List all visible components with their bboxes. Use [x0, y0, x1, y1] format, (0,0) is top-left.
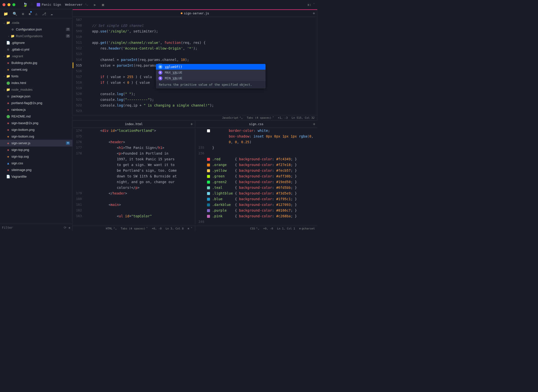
- cursor-position[interactable]: Ln 1, Col 1: [277, 227, 295, 230]
- tree-item-current-svg[interactable]: ❋current.svg: [0, 66, 72, 73]
- tree-item-package-json[interactable]: ⚙︎package.json: [0, 93, 72, 100]
- tree-item-sign-css[interactable]: ▲sign.css: [0, 160, 72, 167]
- code-editor-top[interactable]: mvalueOf()kMAX_VALUEkMIN_VALUEReturns th…: [73, 17, 317, 120]
- code-line[interactable]: 508 // Set single LED channel: [73, 23, 315, 28]
- code-line[interactable]: 235}: [195, 145, 315, 150]
- code-line[interactable]: border-color: white;: [195, 128, 315, 133]
- code-line[interactable]: 510: [73, 34, 315, 40]
- scm-tab-icon[interactable]: ⎇: [42, 12, 46, 16]
- filter-input[interactable]: [2, 226, 64, 229]
- code-line[interactable]: 182: [73, 207, 193, 213]
- tree-item-Building-photo-jpg[interactable]: ❋Building-photo.jpg: [0, 59, 72, 66]
- code-line[interactable]: 181 <main>: [73, 202, 193, 207]
- tab-sign-css[interactable]: sign.css: [249, 122, 264, 126]
- add-tab-button[interactable]: +: [313, 11, 315, 16]
- indent-selector[interactable]: Tabs (4 spaces) ˅: [121, 227, 148, 230]
- code-line[interactable]: be Portland's sign, too. Come: [73, 168, 193, 173]
- code-line[interactable]: 183 <ul id="topColor": [73, 213, 193, 219]
- code-line[interactable]: .green { background-color: #aff30b; }: [195, 173, 315, 179]
- code-line[interactable]: .purple { background-color: #8166c7; }: [195, 207, 315, 213]
- tree-item-Configuration-json[interactable]: ⚙︎Configuration.json?: [0, 26, 72, 33]
- autocomplete-item[interactable]: kMAX_VALUE: [156, 70, 266, 75]
- code-line[interactable]: 1997, it took Panic 15 years: [73, 156, 193, 162]
- tree-item-RunConfigurations[interactable]: ›📁RunConfigurations?: [0, 33, 72, 39]
- search-tab-icon[interactable]: 🔍: [13, 12, 17, 16]
- lang-selector[interactable]: HTML ⌃⌄: [106, 227, 117, 230]
- code-line[interactable]: .lightblue { background-color: #73d5e9; …: [195, 190, 315, 196]
- run-button[interactable]: ▶: [94, 3, 96, 7]
- symbols-tab-icon[interactable]: ≡: [22, 12, 24, 16]
- code-line[interactable]: 523: [73, 108, 315, 114]
- code-line[interactable]: 175: [73, 133, 193, 139]
- issues-tab-icon[interactable]: ⚠: [35, 12, 37, 16]
- code-line[interactable]: 0, 0, 0.25): [195, 139, 315, 145]
- code-line[interactable]: .red { background-color: #fc4349; }: [195, 156, 315, 162]
- autocomplete-popup[interactable]: mvalueOf()kMAX_VALUEkMIN_VALUEReturns th…: [156, 64, 266, 88]
- tree-item-rainbow-js[interactable]: ❋rainbow.js: [0, 106, 72, 113]
- filter-history-icon[interactable]: ⟳: [64, 226, 66, 229]
- code-line[interactable]: 513: [73, 51, 315, 57]
- tab-sign-server[interactable]: sign-server.js: [181, 12, 209, 15]
- code-line[interactable]: to get a sign. We want it to: [73, 162, 193, 168]
- tree-item--coda[interactable]: ⌄📁.coda: [0, 19, 72, 26]
- autocomplete-item[interactable]: kMIN_VALUE: [156, 75, 266, 81]
- tree-item-README-md[interactable]: ⬤README.md: [0, 113, 72, 120]
- tree-item-index-html[interactable]: ⬤index.html: [0, 80, 72, 86]
- clips-tab-icon[interactable]: ✱: [29, 12, 31, 16]
- tree-item-sign-base-2x-png[interactable]: ❋sign-base@2x.png: [0, 120, 72, 126]
- file-tree[interactable]: ⌄📁.coda⚙︎Configuration.json?›📁RunConfigu…: [0, 18, 72, 224]
- add-tab-button[interactable]: +: [190, 122, 193, 126]
- tree-item-sign-bottom-png[interactable]: ❋sign-bottom.png: [0, 126, 72, 133]
- tree-item--gitlab-ci-yml[interactable]: ⚙︎.gitlab-ci.yml: [0, 46, 72, 53]
- code-line[interactable]: 174 <div id="locationPortland">: [73, 128, 193, 133]
- lang-selector[interactable]: JavaScript ⌃⌄: [222, 116, 243, 119]
- code-line[interactable]: 177 <h1>The Panic Sign</h1>: [73, 145, 193, 150]
- tree-item-sign-server-js[interactable]: ❋sign-server.jsM: [0, 140, 72, 146]
- code-line[interactable]: down to SW 11th & Burnside at: [73, 173, 193, 179]
- code-line[interactable]: .yellow { background-color: #fecb57; }: [195, 168, 315, 173]
- add-tab-button[interactable]: +: [313, 122, 315, 126]
- tree-item--vagrant[interactable]: ›📁.vagrant: [0, 53, 72, 59]
- code-line[interactable]: 520 console.log(" ");: [73, 91, 315, 97]
- code-line[interactable]: .green2 { background-color: #19ed50; }: [195, 179, 315, 185]
- symbol-nav[interactable]: ≡ ˅: [188, 227, 192, 230]
- tree-item-portland-flag-2x-png[interactable]: ❋portland-flag@2x.png: [0, 100, 72, 106]
- code-line[interactable]: 507: [73, 17, 315, 23]
- code-line[interactable]: .pink { background-color: #c268ba; }: [195, 213, 315, 219]
- tree-item-siteimage-png[interactable]: ❋siteimage.png: [0, 167, 72, 173]
- autocomplete-item[interactable]: mvalueOf(): [156, 64, 266, 70]
- code-line[interactable]: box-shadow: inset 0px 0px 1px 1px rgba(0…: [195, 133, 315, 139]
- zoom-window[interactable]: [12, 3, 15, 6]
- filter-options-icon[interactable]: ◈: [68, 226, 70, 229]
- code-line[interactable]: .teal { background-color: #6fd5bb; }: [195, 185, 315, 190]
- target-crumb[interactable]: Webserver ⌃⌄: [63, 2, 91, 7]
- code-line[interactable]: colors!</p>: [73, 185, 193, 190]
- code-line[interactable]: 236: [195, 150, 315, 156]
- code-line[interactable]: 521 console.log("----------");: [73, 97, 315, 102]
- files-tab-icon[interactable]: 📁: [3, 12, 8, 16]
- code-line[interactable]: 512 res.header('Access-Control-Allow-Ori…: [73, 45, 315, 51]
- project-crumb[interactable]: Panic Sign: [35, 2, 63, 7]
- code-line[interactable]: 522 console.log(req.ip + " is changing a…: [73, 102, 315, 108]
- cursor-position[interactable]: Ln 3, Col 8: [166, 227, 184, 230]
- stop-button[interactable]: ■: [102, 3, 104, 7]
- symbol-nav[interactable]: ≡ @charset: [299, 227, 315, 230]
- code-line[interactable]: .blue { background-color: #1f95c1; }: [195, 196, 315, 202]
- tab-index-html[interactable]: index.html: [125, 122, 143, 126]
- tree-item--gitignore[interactable]: 📄.gitignore: [0, 39, 72, 46]
- minimize-window[interactable]: [7, 3, 10, 6]
- close-window[interactable]: [2, 3, 5, 6]
- code-line[interactable]: 176 <header>: [73, 139, 193, 145]
- indent-selector[interactable]: Tabs (4 spaces) ˅: [247, 116, 274, 119]
- code-line[interactable]: 180: [73, 196, 193, 202]
- code-line[interactable]: 178 <p>Founded in Portland in: [73, 150, 193, 156]
- layout-button[interactable]: ▮▯ ˅: [307, 3, 315, 6]
- code-editor-css[interactable]: border-color: white; box-shadow: inset 0…: [195, 128, 317, 231]
- code-line[interactable]: .darkblue { background-color: #127093; }: [195, 202, 315, 207]
- tree-item-Vagrantfile[interactable]: 📄Vagrantfile: [0, 173, 72, 180]
- tree-item-sign-bottom-svg[interactable]: ❋sign-bottom.svg: [0, 133, 72, 140]
- remote-tab-icon[interactable]: ☁: [51, 12, 53, 16]
- cursor-position[interactable]: Ln 515, Col 32: [292, 116, 315, 119]
- code-line[interactable]: 179 </header>: [73, 190, 193, 196]
- code-line[interactable]: 514 channel = parseInt(req.params.channe…: [73, 57, 315, 62]
